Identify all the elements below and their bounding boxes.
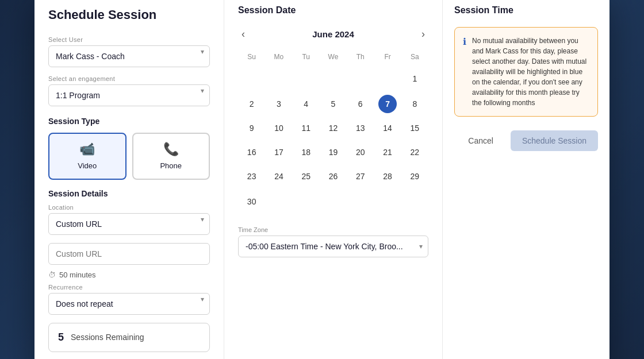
- calendar-day-21[interactable]: 21: [378, 143, 397, 161]
- calendar-day-cell: [265, 65, 292, 92]
- calendar-day-cell: 23: [238, 164, 265, 188]
- calendar-day-cell: 17: [265, 140, 292, 164]
- actions-bar: Cancel Schedule Session: [454, 130, 598, 151]
- calendar-week-row: 23242526272829: [238, 164, 428, 188]
- calendar-header: ‹ June 2024 ›: [238, 27, 428, 41]
- calendar-day-12[interactable]: 12: [324, 119, 342, 137]
- calendar-day-23[interactable]: 23: [243, 167, 261, 186]
- calendar-day-cell: 9: [238, 116, 265, 140]
- calendar-day-13[interactable]: 13: [351, 119, 370, 137]
- calendar-day-cell: 14: [374, 116, 401, 140]
- calendar-day-cell: 18: [293, 140, 320, 164]
- calendar-day-7[interactable]: 7: [378, 95, 397, 113]
- calendar-week-row: 1: [238, 65, 428, 92]
- calendar-day-cell: 7: [374, 92, 401, 116]
- calendar-grid: Su Mo Tu We Th Fr Sa 1234567891011121314…: [238, 51, 428, 215]
- calendar-day-25[interactable]: 25: [297, 167, 315, 186]
- timezone-select-wrapper: -05:00 Eastern Time - New York City, Bro…: [238, 236, 428, 257]
- calendar-day-16[interactable]: 16: [243, 143, 261, 161]
- calendar-day-5[interactable]: 5: [324, 95, 342, 113]
- modal-title: Schedule Session: [48, 7, 210, 22]
- calendar-day-8[interactable]: 8: [405, 95, 424, 113]
- calendar-day-18[interactable]: 18: [297, 143, 315, 161]
- calendar-day-17[interactable]: 17: [270, 143, 288, 161]
- next-month-button[interactable]: ›: [418, 27, 428, 41]
- calendar-day-29[interactable]: 29: [405, 167, 424, 186]
- sessions-remaining-label: Sessions Remaining: [71, 333, 144, 342]
- session-type-grid: 📹 Video 📞 Phone: [48, 133, 210, 180]
- schedule-session-button[interactable]: Schedule Session: [511, 130, 598, 151]
- sessions-remaining-count: 5: [58, 331, 64, 343]
- calendar-day-9[interactable]: 9: [243, 119, 261, 137]
- select-engagement-dropdown[interactable]: 1:1 Program: [48, 84, 210, 106]
- custom-url-input[interactable]: [48, 243, 210, 265]
- calendar-day-14[interactable]: 14: [378, 119, 397, 137]
- recurrence-dropdown[interactable]: Does not repeat: [48, 293, 210, 315]
- phone-icon: 📞: [139, 142, 204, 157]
- session-type-phone[interactable]: 📞 Phone: [132, 133, 210, 180]
- timezone-dropdown[interactable]: -05:00 Eastern Time - New York City, Bro…: [238, 236, 428, 257]
- middle-panel: Session Date ‹ June 2024 › Su Mo Tu We T…: [224, 0, 443, 359]
- select-user-label: Select User: [48, 36, 210, 43]
- calendar-day-19[interactable]: 19: [324, 143, 342, 161]
- calendar: ‹ June 2024 › Su Mo Tu We Th Fr Sa: [238, 27, 428, 215]
- select-engagement-wrapper: Select an engagement 1:1 Program ▾: [48, 75, 210, 106]
- calendar-day-15[interactable]: 15: [405, 119, 424, 137]
- calendar-day-cell: 24: [265, 164, 292, 188]
- day-header-mo: Mo: [265, 51, 292, 65]
- calendar-day-26[interactable]: 26: [324, 167, 342, 186]
- session-time-title: Session Time: [454, 5, 598, 16]
- session-date-title: Session Date: [238, 5, 428, 16]
- calendar-day-28[interactable]: 28: [378, 167, 397, 186]
- phone-label: Phone: [160, 161, 182, 170]
- calendar-day-cell: 20: [347, 140, 374, 164]
- timezone-label: Time Zone: [238, 226, 428, 233]
- schedule-session-modal: Schedule Session Select User Mark Cass -…: [34, 0, 610, 359]
- day-header-fr: Fr: [374, 51, 401, 65]
- video-label: Video: [78, 161, 97, 170]
- prev-month-button[interactable]: ‹: [238, 27, 248, 41]
- calendar-day-cell: 21: [374, 140, 401, 164]
- select-user-dropdown[interactable]: Mark Cass - Coach: [48, 45, 210, 67]
- calendar-day-empty: [324, 191, 342, 210]
- calendar-day-30[interactable]: 30: [243, 192, 261, 211]
- calendar-day-cell: [238, 65, 265, 92]
- calendar-day-cell: 16: [238, 140, 265, 164]
- calendar-day-20[interactable]: 20: [351, 143, 370, 161]
- calendar-day-1[interactable]: 1: [405, 70, 424, 88]
- location-dropdown[interactable]: Custom URL: [48, 213, 210, 235]
- calendar-day-22[interactable]: 22: [405, 143, 424, 161]
- session-type-video[interactable]: 📹 Video: [48, 133, 126, 180]
- calendar-day-cell: [320, 188, 347, 215]
- calendar-day-24[interactable]: 24: [270, 167, 288, 186]
- calendar-day-2[interactable]: 2: [243, 95, 261, 113]
- calendar-day-4[interactable]: 4: [297, 95, 315, 113]
- calendar-day-27[interactable]: 27: [351, 167, 370, 186]
- timezone-wrapper: Time Zone -05:00 Eastern Time - New York…: [238, 226, 428, 257]
- calendar-day-cell: [293, 65, 320, 92]
- location-label: Location: [48, 204, 210, 211]
- cancel-button[interactable]: Cancel: [457, 130, 505, 151]
- calendar-day-empty: [351, 68, 370, 87]
- duration-line: ⏱ 50 minutes: [48, 271, 210, 279]
- calendar-day-3[interactable]: 3: [270, 95, 288, 113]
- calendar-day-empty: [378, 68, 397, 87]
- calendar-day-cell: 30: [238, 188, 265, 215]
- calendar-day-cell: 25: [293, 164, 320, 188]
- calendar-day-cell: [265, 188, 292, 215]
- calendar-day-cell: 12: [320, 116, 347, 140]
- calendar-day-cell: [320, 65, 347, 92]
- calendar-day-cell: 5: [320, 92, 347, 116]
- day-header-tu: Tu: [293, 51, 320, 65]
- day-header-sa: Sa: [401, 51, 428, 65]
- calendar-day-11[interactable]: 11: [297, 119, 315, 137]
- calendar-header-row: Su Mo Tu We Th Fr Sa: [238, 51, 428, 65]
- video-icon: 📹: [55, 142, 120, 157]
- recurrence-label: Recurrence: [48, 284, 210, 291]
- calendar-day-cell: [347, 188, 374, 215]
- calendar-day-10[interactable]: 10: [270, 119, 288, 137]
- calendar-day-6[interactable]: 6: [351, 95, 370, 113]
- clock-icon: ⏱: [48, 271, 56, 279]
- info-text: No mutual availability between you and M…: [472, 36, 589, 108]
- calendar-day-cell: 2: [238, 92, 265, 116]
